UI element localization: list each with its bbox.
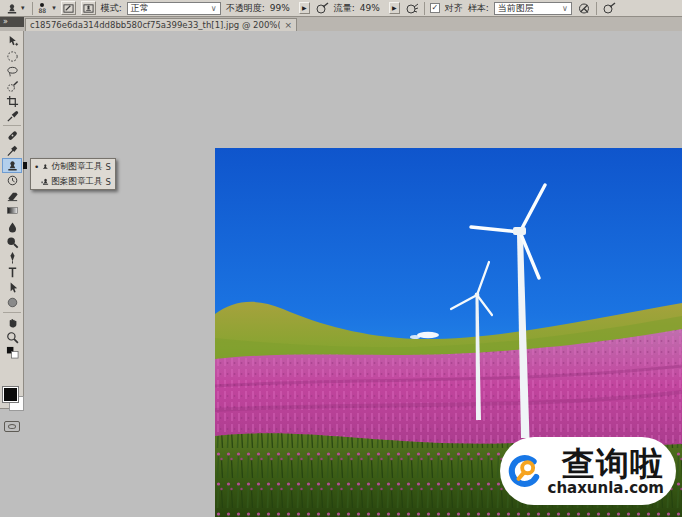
menu-item-shortcut: S: [106, 177, 112, 187]
opacity-slider-button[interactable]: ▶: [299, 2, 310, 14]
close-icon[interactable]: ×: [284, 21, 292, 30]
blend-mode-select[interactable]: 正常 ∨: [127, 2, 221, 15]
mode-label: 模式:: [101, 2, 122, 15]
toggle-brush-panel-button[interactable]: [61, 1, 76, 15]
pen-tool-button[interactable]: [2, 250, 22, 265]
clone-stamp-icon: [42, 161, 49, 172]
clone-stamp-tool-button[interactable]: [2, 158, 22, 173]
brush-tip-icon: [40, 3, 44, 7]
document-title: c18576e6da314dd8bb580cf75a399e33_th[1].j…: [30, 20, 280, 30]
flow-label: 流量:: [334, 2, 355, 15]
crop-tool-button[interactable]: [2, 94, 22, 109]
menu-item-label: 图案图章工具: [52, 176, 103, 188]
toolbox-collapse-button[interactable]: »: [0, 17, 24, 27]
document-tab[interactable]: c18576e6da314dd8bb580cf75a399e33_th[1].j…: [25, 18, 297, 31]
move-tool-button[interactable]: [2, 34, 22, 49]
chaxunla-logo-icon: [506, 442, 543, 500]
menu-item-shortcut: S: [106, 162, 112, 172]
eyedropper-tool-button[interactable]: [2, 109, 22, 124]
flow-slider-button[interactable]: ▶: [389, 2, 400, 14]
screen-mode-button[interactable]: [4, 421, 20, 432]
foreground-color-swatch[interactable]: [3, 387, 18, 402]
chevron-down-icon: ∨: [211, 4, 217, 13]
brush-preset-picker[interactable]: 88: [38, 3, 48, 14]
watermark-badge: 查询啦 chaxunla.com: [500, 437, 676, 505]
menu-item-pattern-stamp-tool[interactable]: 图案图章工具 S: [31, 174, 115, 189]
sample-label: 样本:: [468, 2, 489, 15]
lasso-tool-button[interactable]: [2, 64, 22, 79]
marquee-tool-button[interactable]: [2, 49, 22, 64]
aligned-label: 对齐: [445, 2, 463, 15]
aligned-checkbox[interactable]: ✓: [430, 3, 440, 13]
tool-preset-picker[interactable]: ▾: [3, 2, 27, 15]
dropdown-arrow-icon: ▾: [21, 5, 25, 12]
watermark-domain: chaxunla.com: [547, 481, 664, 496]
separator: [32, 2, 33, 15]
brush-size-value: 88: [39, 8, 47, 14]
toolbox: [0, 31, 24, 409]
healing-brush-tool-button[interactable]: [2, 128, 22, 143]
separator: [596, 2, 597, 15]
dropdown-arrow-icon[interactable]: ▾: [52, 5, 56, 12]
clone-stamp-icon: [5, 2, 19, 15]
zoom-tool-button[interactable]: [2, 330, 22, 345]
path-selection-tool-button[interactable]: [2, 280, 22, 295]
toggle-clone-source-panel-button[interactable]: [81, 1, 96, 15]
tool-flyout-marker: [23, 162, 27, 169]
flow-input[interactable]: 49%: [360, 3, 384, 13]
chevron-down-icon: ∨: [562, 4, 568, 13]
pattern-stamp-icon: [41, 176, 49, 187]
clone-source-panel-icon: [83, 3, 94, 14]
blur-tool-button[interactable]: [2, 220, 22, 235]
blend-mode-value: 正常: [131, 2, 149, 15]
tool-options-bar: ▾ 88 ▾ 模式: 正常 ∨ 不透明度: 99% ▶ 流量: 49% ▶ ✓ …: [0, 0, 682, 17]
tablet-pressure-icon[interactable]: [602, 2, 616, 15]
clone-stamp-flyout-menu: • 仿制图章工具 S 图案图章工具 S: [30, 158, 116, 190]
hand-tool-button[interactable]: [2, 315, 22, 330]
brush-panel-icon: [63, 3, 74, 14]
pressure-opacity-icon[interactable]: [315, 2, 329, 15]
brush-tool-button[interactable]: [2, 143, 22, 158]
selected-bullet-icon: •: [34, 162, 39, 172]
separator: [3, 125, 21, 126]
separator: [424, 2, 425, 15]
history-brush-tool-button[interactable]: [2, 173, 22, 188]
document-tab-bar: » c18576e6da314dd8bb580cf75a399e33_th[1]…: [0, 17, 682, 31]
type-tool-button[interactable]: [2, 265, 22, 280]
menu-item-label: 仿制图章工具: [52, 161, 103, 173]
sample-select[interactable]: 当前图层 ∨: [494, 2, 572, 15]
screen-mode-icon: [8, 424, 16, 429]
dodge-tool-button[interactable]: [2, 235, 22, 250]
default-colors-icon[interactable]: [2, 345, 22, 360]
eraser-tool-button[interactable]: [2, 188, 22, 203]
separator: [3, 312, 21, 313]
shape-tool-button[interactable]: [2, 295, 22, 310]
sample-value: 当前图层: [498, 2, 534, 15]
watermark-title: 查询啦: [562, 447, 664, 480]
airbrush-icon[interactable]: [405, 2, 419, 15]
gradient-tool-button[interactable]: [2, 203, 22, 218]
quick-selection-tool-button[interactable]: [2, 79, 22, 94]
menu-item-clone-stamp-tool[interactable]: • 仿制图章工具 S: [31, 159, 115, 174]
ignore-adjustment-layers-icon[interactable]: [577, 2, 591, 15]
opacity-label: 不透明度:: [226, 2, 265, 15]
opacity-input[interactable]: 99%: [270, 3, 294, 13]
